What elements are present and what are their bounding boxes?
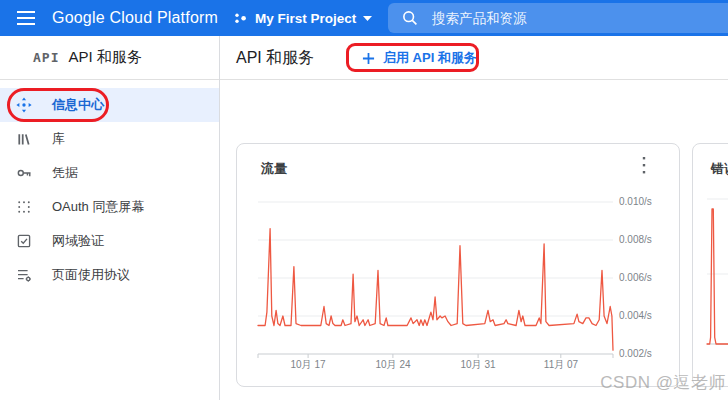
project-name: My First Project <box>255 11 356 26</box>
y-axis-label: 0.004/s <box>619 310 675 322</box>
project-selector[interactable]: My First Project <box>233 0 372 36</box>
x-axis-label: 10月 17 <box>290 358 325 372</box>
product-logo[interactable]: Google Cloud Platform <box>52 9 218 27</box>
sidebar-item-label: 库 <box>52 130 65 148</box>
sidebar-item-label: 信息中心 <box>52 96 104 114</box>
sidebar-item-credentials[interactable]: 凭据 <box>0 156 219 190</box>
x-ticks <box>308 354 561 358</box>
y-axis-label: 0.010/s <box>619 196 675 208</box>
agreements-gear-icon <box>16 267 32 283</box>
sidebar: API API 和服务 信息中心 库 <box>0 36 220 400</box>
enable-apis-button-label: 启用 API 和服务 <box>383 49 477 67</box>
search-bar[interactable] <box>388 3 728 33</box>
page-title: API 和服务 <box>236 48 314 69</box>
project-switcher-icon <box>233 11 248 26</box>
enable-apis-button[interactable]: 启用 API 和服务 <box>354 44 485 72</box>
sidebar-item-dashboard[interactable]: 信息中心 <box>0 88 219 122</box>
sidebar-item-label: 网域验证 <box>52 232 104 250</box>
y-axis-label: 0.008/s <box>619 234 675 246</box>
traffic-line <box>258 229 613 351</box>
sidebar-item-library[interactable]: 库 <box>0 122 219 156</box>
sidebar-item-label: 页面使用协议 <box>52 266 130 284</box>
search-icon <box>402 10 418 26</box>
domain-check-icon <box>16 233 32 249</box>
traffic-chart <box>237 144 681 388</box>
traffic-card: 流量 0.010/s 0.008/s 0.006/s 0.004/s 0.002… <box>236 143 680 387</box>
page-header: API 和服务 启用 API 和服务 <box>220 36 728 80</box>
errors-chart <box>693 144 728 388</box>
sidebar-item-label: OAuth 同意屏幕 <box>52 198 144 216</box>
sidebar-item-label: 凭据 <box>52 164 78 182</box>
sidebar-title: API 和服务 <box>68 48 141 67</box>
sidebar-item-page-usage-agreements[interactable]: 页面使用协议 <box>0 258 219 292</box>
api-logo: API <box>33 50 59 65</box>
dashboard-icon <box>16 97 32 113</box>
sidebar-item-oauth-consent[interactable]: OAuth 同意屏幕 <box>0 190 219 224</box>
hamburger-menu-icon[interactable] <box>17 11 35 25</box>
library-icon <box>16 131 32 147</box>
oauth-dots-icon <box>16 199 32 215</box>
plus-icon <box>362 52 375 65</box>
gcp-console-window: Google Cloud Platform My First Project A… <box>0 0 728 400</box>
caret-down-icon <box>363 16 372 21</box>
y-axis-label: 0.006/s <box>619 272 675 284</box>
y-axis-label: 0.002/s <box>619 348 675 360</box>
x-axis-label: 11月 07 <box>544 358 578 372</box>
errors-card: 错误 <box>692 143 728 387</box>
search-input[interactable] <box>432 11 692 26</box>
sidebar-nav: 信息中心 库 凭据 <box>0 88 219 292</box>
errors-line <box>707 209 728 344</box>
x-axis-label: 10月 31 <box>460 358 495 372</box>
x-axis-label: 10月 24 <box>375 358 410 372</box>
sidebar-item-domain-verification[interactable]: 网域验证 <box>0 224 219 258</box>
sidebar-header: API API 和服务 <box>0 36 219 80</box>
top-app-bar: Google Cloud Platform My First Project <box>0 0 728 36</box>
watermark: CSDN @逗老师 <box>600 371 726 394</box>
key-icon <box>16 165 32 181</box>
